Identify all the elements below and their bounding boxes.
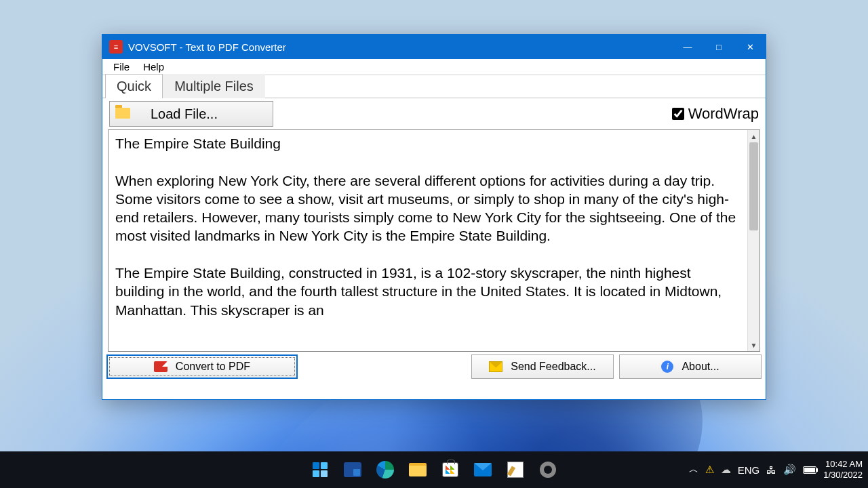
network-icon[interactable]: 🖧 xyxy=(766,464,776,476)
menu-file[interactable]: File xyxy=(106,60,136,74)
taskbar-center xyxy=(308,458,560,482)
wordwrap-checkbox[interactable] xyxy=(672,108,684,120)
taskbar: ︿ ⚠ ☁ ENG 🖧 🔊 10:42 AM 1/30/2022 xyxy=(0,451,868,488)
load-file-button[interactable]: Load File... xyxy=(109,101,273,127)
minimize-button[interactable]: — xyxy=(672,35,703,59)
app-window: ≡ VOVSOFT - Text to PDF Converter — □ ✕ … xyxy=(102,34,766,400)
windows-logo-icon xyxy=(313,462,328,477)
taskbar-settings[interactable] xyxy=(536,458,560,482)
taskbar-paint[interactable] xyxy=(503,458,528,482)
clock-time: 10:42 AM xyxy=(823,459,863,470)
microsoft-store-icon xyxy=(442,462,458,477)
gear-icon xyxy=(540,462,556,478)
titlebar[interactable]: ≡ VOVSOFT - Text to PDF Converter — □ ✕ xyxy=(102,35,766,59)
load-file-label: Load File... xyxy=(151,106,218,122)
scroll-up-arrow[interactable]: ▲ xyxy=(748,130,760,142)
tab-multiple-files[interactable]: Multiple Files xyxy=(163,74,265,98)
battery-icon[interactable] xyxy=(803,466,816,474)
tray-overflow-button[interactable]: ︿ xyxy=(689,464,698,476)
maximize-button[interactable]: □ xyxy=(703,35,734,59)
toolbar: Load File... WordWrap xyxy=(102,98,766,129)
taskbar-file-explorer[interactable] xyxy=(406,458,430,482)
widgets-icon xyxy=(344,462,361,477)
scroll-thumb[interactable] xyxy=(749,142,758,230)
taskbar-widgets[interactable] xyxy=(340,458,365,482)
taskbar-mail[interactable] xyxy=(471,458,495,482)
about-button[interactable]: i About... xyxy=(619,354,762,379)
text-content[interactable]: The Empire State Building When exploring… xyxy=(108,130,747,351)
security-icon[interactable]: ⚠ xyxy=(705,464,714,476)
menubar: File Help xyxy=(102,59,766,75)
app-icon: ≡ xyxy=(109,40,123,54)
menu-help[interactable]: Help xyxy=(136,60,171,74)
system-tray: ︿ ⚠ ☁ ENG 🖧 🔊 10:42 AM 1/30/2022 xyxy=(689,459,863,480)
taskbar-store[interactable] xyxy=(438,458,462,482)
taskbar-clock[interactable]: 10:42 AM 1/30/2022 xyxy=(823,459,863,480)
language-indicator[interactable]: ENG xyxy=(738,464,760,476)
wordwrap-toggle[interactable]: WordWrap xyxy=(672,105,759,123)
convert-to-pdf-button[interactable]: Convert to PDF xyxy=(106,354,298,379)
envelope-icon xyxy=(489,361,502,372)
info-icon: i xyxy=(661,361,673,373)
scroll-down-arrow[interactable]: ▼ xyxy=(748,339,760,351)
close-button[interactable]: ✕ xyxy=(734,35,766,59)
window-title: VOVSOFT - Text to PDF Converter xyxy=(128,41,672,53)
onedrive-icon[interactable]: ☁ xyxy=(721,464,731,476)
folder-open-icon xyxy=(115,106,130,122)
volume-icon[interactable]: 🔊 xyxy=(783,464,796,476)
clock-date: 1/30/2022 xyxy=(823,470,863,481)
vertical-scrollbar[interactable]: ▲ ▼ xyxy=(747,130,760,351)
bottom-button-bar: Convert to PDF Send Feedback... i About.… xyxy=(102,352,766,382)
convert-label: Convert to PDF xyxy=(176,361,250,373)
pdf-icon xyxy=(154,361,167,372)
wordwrap-label: WordWrap xyxy=(688,105,759,123)
edge-icon xyxy=(376,461,394,479)
send-feedback-button[interactable]: Send Feedback... xyxy=(471,354,614,379)
feedback-label: Send Feedback... xyxy=(511,361,595,373)
text-editor: The Empire State Building When exploring… xyxy=(108,129,760,352)
folder-icon xyxy=(409,463,427,476)
taskbar-edge[interactable] xyxy=(373,458,397,482)
tab-bar: Quick Multiple Files xyxy=(102,75,766,98)
paint-icon xyxy=(507,462,524,478)
about-label: About... xyxy=(682,361,719,373)
start-button[interactable] xyxy=(308,458,332,482)
tab-quick[interactable]: Quick xyxy=(105,74,163,98)
mail-icon xyxy=(474,463,492,476)
